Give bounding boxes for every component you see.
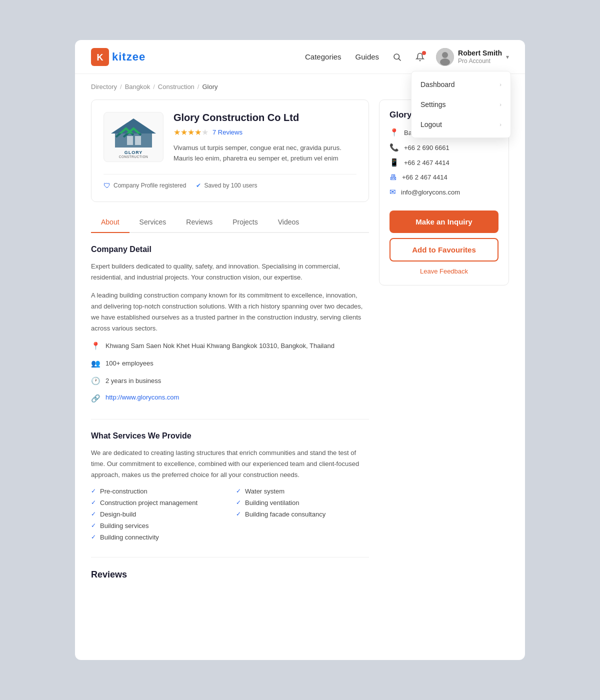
phone-icon: 📞 xyxy=(390,143,399,152)
add-to-favourites-button[interactable]: Add to Favourites xyxy=(390,238,498,262)
email-icon: ✉ xyxy=(390,188,396,196)
page-wrapper: K kitzee Categories Guides Robert Smith … xyxy=(75,40,525,660)
contact-mobile: 📱 +66 2 467 4414 xyxy=(390,158,498,167)
reviews-section-title: Reviews xyxy=(91,570,369,580)
company-header-card: GLORY CONSTRUCTION Glory Construction Co… xyxy=(91,100,369,202)
logo-text: kitzee xyxy=(112,50,146,64)
tab-about[interactable]: About xyxy=(91,212,130,233)
svg-text:GLORY: GLORY xyxy=(124,150,143,155)
company-logo-box: GLORY CONSTRUCTION xyxy=(104,112,164,162)
breadcrumb-current: Glory xyxy=(202,83,218,90)
contact-phone: 📞 +66 2 690 6661 xyxy=(390,143,498,152)
company-detail-title: Company Detail xyxy=(91,245,369,254)
nav-categories[interactable]: Categories xyxy=(305,52,342,61)
address-item: 📍 Khwang Sam Saen Nok Khet Huai Khwang B… xyxy=(91,341,369,352)
company-description: Vivamus ut turpis semper, congue erat ne… xyxy=(174,143,356,164)
check-icon: ✓ xyxy=(91,488,96,494)
chevron-right-icon: › xyxy=(500,122,502,128)
company-detail-section: Company Detail Expert builders dedicated… xyxy=(91,245,369,403)
main-content: GLORY CONSTRUCTION Glory Construction Co… xyxy=(75,100,525,600)
tab-services[interactable]: Services xyxy=(130,212,176,233)
service-item: ✓ Pre-construction xyxy=(91,488,224,495)
mobile-text: +66 2 467 4414 xyxy=(404,159,450,166)
services-title: What Services We Provide xyxy=(91,432,369,440)
company-name: Glory Construction Co Ltd xyxy=(174,112,356,124)
service-item: ✓ Building ventilation xyxy=(236,499,369,506)
people-icon: 👥 xyxy=(91,359,100,368)
breadcrumb-bangkok[interactable]: Bangkok xyxy=(125,83,150,90)
tabs: About Services Reviews Projects Videos xyxy=(91,212,369,233)
service-item: ✓ Building connectivity xyxy=(91,534,224,541)
svg-point-5 xyxy=(442,52,448,58)
svg-rect-8 xyxy=(115,134,152,148)
badge-saved: ✔ Saved by 100 users xyxy=(196,182,257,190)
employees-item: 👥 100+ employees xyxy=(91,358,369,369)
svg-rect-9 xyxy=(127,136,133,145)
check-icon: ✓ xyxy=(91,499,96,506)
check-icon: ✓ xyxy=(236,499,241,506)
svg-rect-10 xyxy=(135,136,141,145)
breadcrumb-directory[interactable]: Directory xyxy=(91,83,117,90)
phone-text: +66 2 690 6661 xyxy=(404,144,450,152)
svg-point-2 xyxy=(394,54,400,60)
review-link[interactable]: 7 Reviews xyxy=(212,128,242,136)
contact-email: ✉ info@glorycons.com xyxy=(390,188,498,196)
notification-badge xyxy=(422,51,426,55)
fax-text: +66 2 467 4414 xyxy=(402,174,448,181)
check-icon: ✓ xyxy=(236,488,241,494)
years-text: 2 years in business xyxy=(106,376,161,386)
dropdown-logout[interactable]: Logout › xyxy=(412,114,510,134)
fax-icon: 🖷 xyxy=(390,173,397,182)
employees-text: 100+ employees xyxy=(106,358,154,369)
location-pin-icon: 📍 xyxy=(91,342,100,350)
star-rating: ★★★★★ xyxy=(174,128,208,137)
tab-reviews[interactable]: Reviews xyxy=(176,212,222,233)
website-item: 🔗 http://www.glorycons.com xyxy=(91,394,369,403)
service-item: ✓ Building services xyxy=(91,522,224,530)
user-menu[interactable]: Robert Smith Pro Account ▾ xyxy=(436,48,509,66)
service-item: ✓ Building facade consultancy xyxy=(236,510,369,518)
services-grid: ✓ Pre-construction ✓ Water system ✓ Cons… xyxy=(91,488,369,541)
dropdown-dashboard[interactable]: Dashboard › xyxy=(412,74,510,94)
tab-videos[interactable]: Videos xyxy=(268,212,310,233)
company-desc2: A leading building construction company … xyxy=(91,290,369,334)
logo[interactable]: K kitzee xyxy=(91,48,146,66)
link-icon: 🔗 xyxy=(91,394,100,403)
service-item: ✓ Design-build xyxy=(91,510,224,518)
chevron-right-icon: › xyxy=(500,82,502,88)
leave-feedback-link[interactable]: Leave Feedback xyxy=(390,268,498,275)
navbar: K kitzee Categories Guides Robert Smith … xyxy=(75,40,525,74)
notifications-button[interactable] xyxy=(412,49,428,65)
left-column: GLORY CONSTRUCTION Glory Construction Co… xyxy=(91,100,369,580)
divider xyxy=(91,419,369,420)
chevron-down-icon: ▾ xyxy=(506,54,509,60)
company-desc1: Expert builders dedicated to quality, sa… xyxy=(91,261,369,283)
nav-guides[interactable]: Guides xyxy=(356,52,380,61)
user-name: Robert Smith xyxy=(458,48,502,58)
clock-icon: 🕐 xyxy=(91,376,100,386)
rating-row: ★★★★★ 7 Reviews xyxy=(174,128,356,137)
service-item xyxy=(236,522,369,530)
years-item: 🕐 2 years in business xyxy=(91,376,369,386)
make-inquiry-button[interactable]: Make an Inquiry xyxy=(390,210,498,233)
svg-text:K: K xyxy=(97,52,104,62)
badge-registered: 🛡 Company Profile registered xyxy=(104,182,186,190)
breadcrumb-construction[interactable]: Construction xyxy=(158,83,194,90)
right-column: Glory Construction Co Ltd 📍 Bangkok Thai… xyxy=(379,100,509,580)
logo-icon: K xyxy=(91,48,109,66)
mobile-icon: 📱 xyxy=(390,158,399,167)
search-button[interactable] xyxy=(389,49,405,65)
company-logo: GLORY CONSTRUCTION xyxy=(106,116,161,158)
services-desc: We are dedicated to creating lasting str… xyxy=(91,448,369,480)
check-icon: ✓ xyxy=(91,534,96,540)
tab-projects[interactable]: Projects xyxy=(222,212,268,233)
svg-point-6 xyxy=(440,58,450,66)
nav-icons xyxy=(389,49,428,65)
dropdown-menu: Dashboard › Settings › Logout › xyxy=(411,71,511,138)
website-link[interactable]: http://www.glorycons.com xyxy=(106,394,179,401)
user-role: Pro Account xyxy=(458,58,502,66)
service-item: ✓ Water system xyxy=(236,488,369,495)
check-icon: ✓ xyxy=(236,510,241,518)
dropdown-settings[interactable]: Settings › xyxy=(412,94,510,114)
user-info: Robert Smith Pro Account xyxy=(458,48,502,66)
